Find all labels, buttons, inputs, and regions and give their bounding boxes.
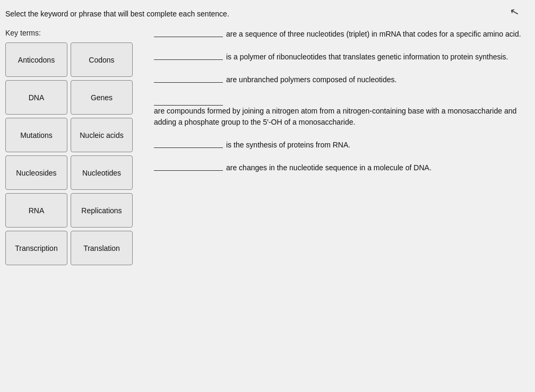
blank-q2[interactable] [154,51,223,60]
blank-q1[interactable] [154,29,223,37]
question-text-q5: is the synthesis of proteins from RNA. [226,140,350,151]
blank-q4[interactable] [154,97,223,106]
term-box-nucleic-acids[interactable]: Nucleic acids [71,118,133,152]
question-q4: are compounds formed by joining a nitrog… [154,97,524,128]
instruction-text: Select the keyword or phrase that will b… [5,10,524,18]
term-box-translation[interactable]: Translation [71,231,133,265]
blank-q5[interactable] [154,140,223,148]
key-terms-label: Key terms: [5,29,143,37]
question-text-q4: are compounds formed by joining a nitrog… [154,106,524,128]
question-q3: are unbranched polymers composed of nucl… [154,74,524,85]
questions-panel: are a sequence of three nucleotides (tri… [143,29,524,265]
key-terms-panel: Key terms: AnticodonsCodonsDNAGenesMutat… [5,29,143,265]
blank-q3[interactable] [154,74,223,83]
blank-q6[interactable] [154,162,223,171]
page-container: ↖ Select the keyword or phrase that will… [0,0,535,392]
term-box-transcription[interactable]: Transcription [5,231,67,265]
term-box-dna[interactable]: DNA [5,80,67,115]
term-box-mutations[interactable]: Mutations [5,118,67,152]
question-q1: are a sequence of three nucleotides (tri… [154,29,524,40]
question-line-q1: are a sequence of three nucleotides (tri… [154,29,524,40]
term-box-genes[interactable]: Genes [71,80,133,115]
question-text-q3: are unbranched polymers composed of nucl… [226,74,396,85]
term-box-nucleotides[interactable]: Nucleotides [71,155,133,190]
question-line-q2: is a polymer of ribonucleotides that tra… [154,51,524,63]
term-box-replications[interactable]: Replications [71,193,133,228]
question-line-q4: are compounds formed by joining a nitrog… [154,97,524,128]
question-q6: are changes in the nucleotide sequence i… [154,162,524,173]
term-box-nucleosides[interactable]: Nucleosides [5,155,67,190]
term-box-codons[interactable]: Codons [71,42,133,77]
question-q5: is the synthesis of proteins from RNA. [154,140,524,151]
question-line-q3: are unbranched polymers composed of nucl… [154,74,524,85]
question-text-q1: are a sequence of three nucleotides (tri… [226,29,521,40]
main-content: Key terms: AnticodonsCodonsDNAGenesMutat… [5,29,524,265]
question-line-q5: is the synthesis of proteins from RNA. [154,140,524,151]
question-line-q6: are changes in the nucleotide sequence i… [154,162,524,173]
question-q2: is a polymer of ribonucleotides that tra… [154,51,524,63]
question-text-q6: are changes in the nucleotide sequence i… [226,162,432,173]
terms-grid: AnticodonsCodonsDNAGenesMutationsNucleic… [5,42,133,265]
term-box-anticodons[interactable]: Anticodons [5,42,67,77]
term-box-rna[interactable]: RNA [5,193,67,228]
question-text-q2: is a polymer of ribonucleotides that tra… [226,51,508,63]
